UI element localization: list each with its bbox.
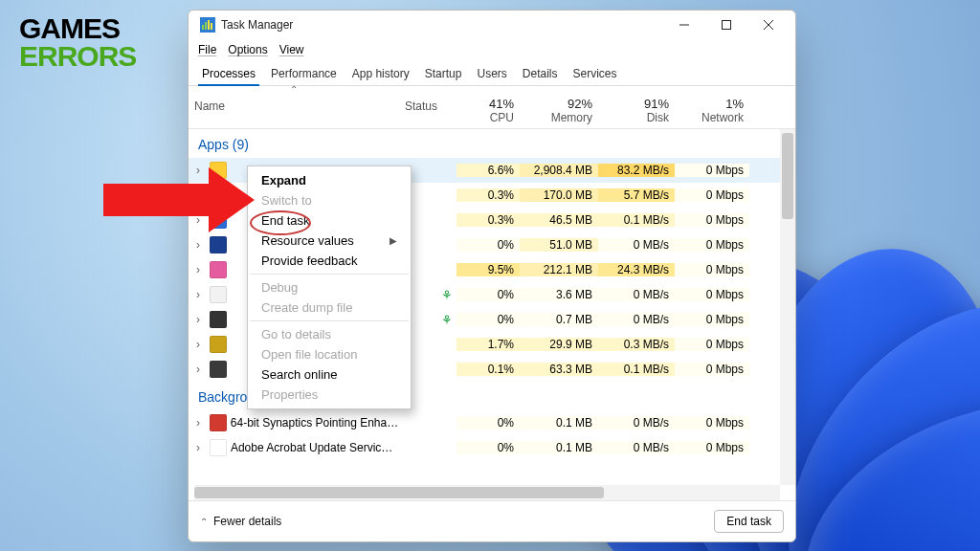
expand-chevron-icon[interactable]: ›	[196, 288, 206, 301]
cell: 0 Mbps	[675, 416, 749, 430]
menu-item-label: Resource values	[261, 233, 354, 248]
cell: 5.7 MB/s	[598, 188, 675, 202]
expand-chevron-icon[interactable]: ›	[196, 441, 206, 454]
menu-item: Switch to	[248, 190, 411, 210]
disk-usage-pct: 91%	[604, 97, 669, 111]
col-memory[interactable]: 92%Memory	[520, 86, 598, 128]
cell: 83.2 MB/s	[598, 164, 675, 177]
process-row[interactable]: ›64-bit Synaptics Pointing Enhan... 0%0.…	[189, 410, 795, 435]
expand-chevron-icon[interactable]: ›	[196, 338, 206, 351]
cell: 0 MB/s	[598, 238, 675, 252]
cell: 9.5%	[457, 263, 520, 276]
menu-item-label: Search online	[261, 367, 338, 382]
expand-chevron-icon[interactable]: ›	[196, 238, 206, 252]
cell: 63.3 MB	[520, 363, 598, 376]
cell: 0.3 MB/s	[598, 338, 675, 351]
menu-separator	[250, 274, 409, 275]
col-cpu[interactable]: 41%CPU	[457, 86, 520, 128]
annotation-arrow	[103, 184, 209, 216]
chevron-up-icon: ⌃	[200, 517, 208, 527]
cell: 0%	[457, 416, 520, 430]
cell: 0.1 MB	[520, 441, 598, 454]
expand-chevron-icon[interactable]: ›	[196, 363, 206, 376]
menu-item: Open file location	[248, 344, 411, 364]
cell: 24.3 MB/s	[598, 263, 675, 276]
cell: 0.7 MB	[520, 313, 598, 326]
menu-file[interactable]: File	[198, 43, 216, 56]
cell: 0%	[457, 441, 520, 454]
efficiency-mode-icon: ⚘	[441, 288, 453, 302]
tab-details[interactable]: Details	[515, 63, 566, 85]
section-apps[interactable]: Apps (9)	[189, 129, 795, 158]
expand-chevron-icon[interactable]: ›	[196, 263, 206, 276]
close-button[interactable]	[747, 11, 790, 39]
app-icon	[210, 361, 227, 378]
cell: 0 Mbps	[675, 164, 749, 177]
menu-item-label: Properties	[261, 387, 318, 402]
tab-processes[interactable]: Processes	[194, 63, 263, 85]
menu-item-label: Expand	[261, 173, 306, 187]
col-status[interactable]: Status	[399, 86, 457, 128]
menu-options[interactable]: Options	[228, 43, 267, 56]
menu-view[interactable]: View	[279, 43, 304, 56]
titlebar[interactable]: Task Manager	[189, 11, 795, 39]
app-icon	[210, 439, 227, 456]
expand-chevron-icon[interactable]: ›	[196, 416, 206, 430]
minimize-button[interactable]	[663, 11, 705, 39]
col-name[interactable]: ⌃ Name	[189, 86, 399, 128]
end-task-button[interactable]: End task	[714, 510, 784, 533]
col-network[interactable]: 1%Network	[675, 86, 749, 128]
tab-services[interactable]: Services	[566, 63, 625, 85]
svg-rect-1	[202, 25, 204, 30]
cell: 2,908.4 MB	[520, 164, 598, 177]
expand-chevron-icon[interactable]: ›	[196, 313, 206, 326]
cell: 0 Mbps	[675, 263, 749, 276]
process-row[interactable]: ›Adobe Acrobat Update Service ... 0%0.1 …	[189, 435, 795, 460]
cell: 0.1%	[457, 363, 520, 376]
tab-app-history[interactable]: App history	[345, 63, 417, 85]
menu-item[interactable]: Provide feedback	[248, 251, 411, 271]
vertical-scrollbar[interactable]	[780, 129, 795, 485]
cell: 3.6 MB	[520, 288, 598, 301]
menu-item: Debug	[248, 277, 411, 298]
tab-performance[interactable]: Performance	[263, 63, 345, 85]
cell: 0 Mbps	[675, 338, 749, 351]
annotation-circle	[250, 210, 311, 235]
menubar: File Options View	[189, 39, 795, 60]
cell: 0 Mbps	[675, 213, 749, 227]
cpu-usage-pct: 41%	[462, 97, 514, 111]
cell: 0 Mbps	[675, 238, 749, 252]
scrollbar-thumb[interactable]	[782, 133, 793, 219]
sort-indicator-icon: ⌃	[290, 84, 298, 95]
cell: 0.1 MB/s	[598, 213, 675, 227]
cell: 29.9 MB	[520, 338, 598, 351]
maximize-button[interactable]	[705, 11, 747, 39]
site-logo: GAMES ERRORS	[19, 15, 136, 70]
cell: 0 Mbps	[675, 313, 749, 326]
efficiency-mode-icon: ⚘	[441, 313, 453, 327]
scrollbar-thumb[interactable]	[194, 487, 604, 498]
menu-item: Go to details	[248, 324, 411, 344]
svg-rect-6	[723, 21, 731, 30]
col-disk[interactable]: 91%Disk	[598, 86, 675, 128]
expand-chevron-icon[interactable]: ›	[196, 164, 206, 177]
tab-users[interactable]: Users	[469, 63, 514, 85]
cell: 0 Mbps	[675, 441, 749, 454]
logo-line1: GAMES	[19, 15, 136, 43]
cell: 0 MB/s	[598, 313, 675, 326]
column-headers: ⌃ Name Status 41%CPU 92%Memory 91%Disk 1…	[189, 86, 795, 129]
menu-item[interactable]: Search online	[248, 364, 411, 385]
tab-startup[interactable]: Startup	[417, 63, 470, 85]
menu-item[interactable]: Expand	[248, 170, 411, 190]
menu-item-label: Create dump file	[261, 300, 352, 315]
horizontal-scrollbar[interactable]	[194, 485, 780, 500]
minimize-icon	[679, 20, 689, 30]
fewer-details-toggle[interactable]: ⌃ Fewer details	[200, 515, 281, 528]
cell: 212.1 MB	[520, 263, 598, 276]
menu-item-label: Open file location	[261, 347, 357, 362]
cell: 46.5 MB	[520, 213, 598, 227]
cell: 0 Mbps	[675, 188, 749, 202]
col-status-label: Status	[405, 99, 451, 113]
logo-line2: ERRORS	[19, 43, 136, 71]
submenu-arrow-icon: ▶	[390, 235, 397, 246]
